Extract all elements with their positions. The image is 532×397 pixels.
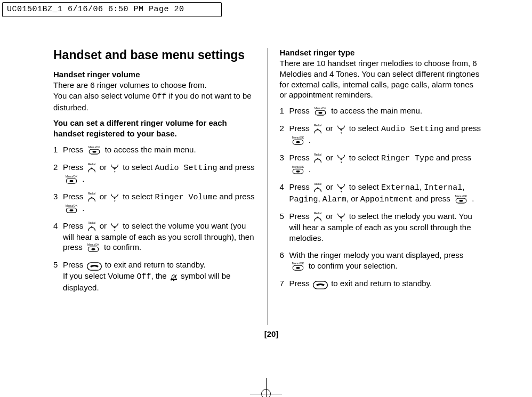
- text: Press: [289, 153, 312, 162]
- step-number: 6: [280, 250, 289, 272]
- down-key-icon: [336, 124, 346, 134]
- text: Press: [63, 260, 86, 269]
- text: You can also select volume: [53, 91, 152, 100]
- text: to select: [347, 182, 381, 191]
- monospace-text: Audio Setting: [155, 164, 217, 173]
- print-header-slug: UC01501BZ_1 6/16/06 6:50 PM Page 20: [2, 2, 222, 17]
- step-5: 5 Press to exit and return to standby. I…: [53, 260, 256, 293]
- step-number: 5: [280, 211, 289, 244]
- step-number: 1: [53, 144, 63, 156]
- text: to confirm.: [102, 242, 141, 252]
- text: Press: [289, 106, 312, 115]
- text: Press: [289, 212, 312, 221]
- text: There are 6 ringer volumes to choose fro…: [53, 80, 207, 90]
- monospace-text: Ringer Volume: [155, 193, 217, 202]
- text: Press: [63, 221, 86, 230]
- up-key-icon: [86, 192, 97, 202]
- step-5: 5 Press or to select the melody you want…: [280, 211, 482, 244]
- step-number: 2: [53, 162, 63, 185]
- text: .: [80, 204, 84, 213]
- step-1: 1 Press to access the main menu.: [280, 106, 482, 117]
- paragraph-bold: You can set a different ringer volume fo…: [53, 118, 256, 139]
- text: Press: [63, 163, 86, 172]
- up-key-icon: [312, 212, 323, 222]
- step-2: 2 Press or to select Audio Setting and p…: [280, 123, 482, 146]
- down-key-icon: [109, 221, 120, 232]
- text: Press: [289, 182, 312, 191]
- step-number: 7: [280, 278, 289, 289]
- step-number: 4: [53, 221, 63, 254]
- step-1: 1 Press to access the main menu.: [53, 144, 256, 156]
- end-key-icon: [86, 262, 102, 271]
- text: to select: [120, 163, 155, 172]
- monospace-text: Off: [152, 92, 166, 101]
- section-heading-type: Handset ringer type: [280, 48, 482, 57]
- monospace-text: Ringer Type: [381, 154, 434, 163]
- section-heading-volume: Handset ringer volume: [53, 70, 256, 79]
- text: With the ringer melody you want displaye…: [289, 250, 464, 260]
- monospace-text: External: [381, 183, 420, 192]
- step-3: 3 Press or to select Ringer Type and pre…: [280, 152, 482, 175]
- monospace-text: Off: [136, 272, 151, 281]
- down-key-icon: [109, 192, 120, 202]
- down-key-icon: [336, 182, 346, 193]
- right-column: Handset ringer type There are 10 handset…: [268, 48, 490, 325]
- text: or: [324, 212, 335, 221]
- text: and press: [444, 124, 481, 133]
- monospace-text: Paging: [289, 195, 318, 204]
- text: .: [307, 165, 311, 174]
- step-3: 3 Press or to select Ringer Volume and p…: [53, 191, 256, 214]
- up-key-icon: [312, 182, 323, 193]
- menu-ok-key-icon: [63, 174, 79, 185]
- text: ,: [318, 194, 323, 203]
- text: ,: [462, 182, 464, 191]
- text: ,: [420, 182, 424, 191]
- step-number: 3: [280, 152, 289, 175]
- menu-ok-key-icon: [290, 165, 306, 175]
- menu-ok-key-icon: [290, 261, 306, 272]
- step-number: 4: [280, 182, 289, 205]
- step-number: 3: [53, 191, 63, 214]
- up-key-icon: [312, 124, 323, 134]
- text: or: [324, 124, 335, 133]
- text: Press: [63, 145, 86, 154]
- text: to exit and return to standby.: [103, 260, 206, 269]
- text: or: [98, 192, 109, 201]
- menu-ok-key-icon: [453, 194, 469, 205]
- down-key-icon: [336, 153, 346, 164]
- page-number: [20]: [53, 329, 489, 338]
- step-6: 6 With the ringer melody you want displa…: [280, 250, 482, 272]
- up-key-icon: [86, 221, 97, 232]
- text: to confirm your selection.: [307, 261, 398, 270]
- step-number: 5: [53, 260, 63, 293]
- step-number: 2: [280, 123, 289, 146]
- text: to select: [347, 124, 381, 133]
- text: Press: [289, 124, 312, 133]
- step-7: 7 Press to exit and return to standby.: [280, 278, 482, 289]
- step-number: 1: [280, 106, 289, 117]
- text: or: [324, 182, 335, 191]
- menu-ok-key-icon: [85, 242, 101, 253]
- text: Press: [63, 192, 86, 201]
- down-key-icon: [109, 163, 120, 173]
- monospace-text: Alarm: [323, 195, 346, 204]
- step-4: 4 Press or to select External, Internal,…: [280, 182, 482, 205]
- page-content: Handset and base menu settings Handset r…: [53, 48, 489, 354]
- text: to exit and return to standby.: [329, 279, 432, 288]
- text: to select: [120, 192, 155, 201]
- text: and press: [217, 163, 254, 172]
- text: and press: [217, 192, 254, 201]
- text: , the: [151, 271, 168, 280]
- text: or: [98, 163, 109, 172]
- text: Press: [289, 279, 312, 288]
- up-key-icon: [312, 153, 323, 164]
- menu-ok-key-icon: [63, 204, 79, 214]
- end-key-icon: [312, 281, 328, 289]
- text: or: [324, 153, 335, 162]
- paragraph: There are 10 handset ringer melodies to …: [280, 58, 482, 100]
- text: to access the main menu.: [329, 106, 422, 115]
- page-title: Handset and base menu settings: [53, 48, 256, 62]
- menu-ok-key-icon: [312, 106, 328, 117]
- text: and press: [413, 194, 453, 203]
- down-key-icon: [336, 212, 346, 222]
